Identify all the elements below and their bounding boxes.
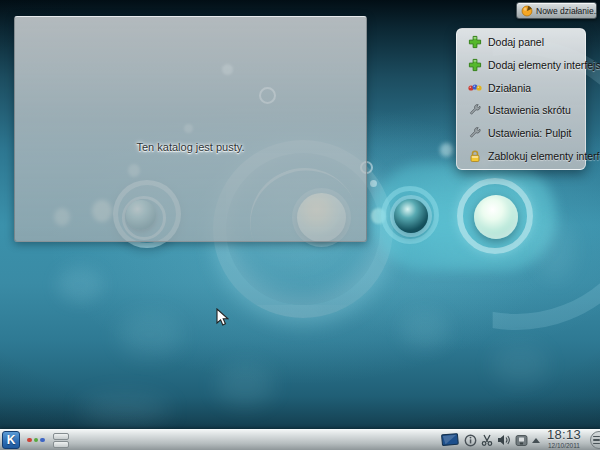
menu-item-label: Działania [488,82,531,94]
add-panel-icon [468,35,482,49]
activity-manager-applet[interactable] [27,438,45,443]
folder-view-widget[interactable]: Ten katalog jest pusty. [14,16,367,242]
menu-item-desktop-settings[interactable]: Ustawienia: Pulpit [457,122,585,145]
menu-item-label: Zablokuj elementy interfejsu [488,150,600,162]
folder-empty-message: Ten katalog jest pusty. [15,141,366,153]
digital-clock[interactable]: 18:13 12/10/2011 [547,429,581,450]
mouse-cursor [216,308,229,331]
activity-dot-blue-icon [40,438,45,443]
device-notifier-icon[interactable] [515,434,528,447]
menu-item-add-widgets[interactable]: Dodaj elementy interfejsu [457,54,585,77]
menu-item-add-panel[interactable]: Dodaj panel [457,31,585,54]
desktop-background[interactable]: Ten katalog jest pusty. Dodaj panel Doda… [0,0,600,450]
clipboard-scissors-icon[interactable] [481,434,493,447]
activity-dot-red-icon [27,438,32,443]
lock-widgets-icon [468,149,482,163]
taskbar-panel: K [0,429,600,450]
expand-tray-icon[interactable] [532,438,540,443]
clock-date: 12/10/2011 [547,440,581,450]
activity-pie-icon [521,5,533,17]
menu-item-lock-widgets[interactable]: Zablokuj elementy interfejsu [457,144,585,167]
activities-icon [468,81,482,95]
new-activity-label: Nowe działanie... [536,6,600,16]
kde-logo-icon: K [7,433,16,447]
virtual-desktop-2[interactable] [53,441,69,448]
menu-item-shortcut-settings[interactable]: Ustawienia skrótu [457,99,585,122]
clock-time: 18:13 [547,429,581,440]
menu-item-label: Ustawienia: Pulpit [488,127,571,139]
notifications-icon[interactable] [464,434,477,447]
volume-icon[interactable] [497,434,511,446]
virtual-desktop-pager [53,433,69,448]
menu-item-label: Dodaj panel [488,36,544,48]
desktop-settings-icon [468,126,482,140]
menu-item-label: Dodaj elementy interfejsu [488,59,600,71]
shortcut-settings-icon [468,103,482,117]
kde-launcher-button[interactable]: K [2,431,20,449]
virtual-desktop-1[interactable] [53,433,69,440]
system-tray: 18:13 12/10/2011 [441,429,600,450]
display-icon[interactable] [440,432,460,448]
activity-dot-green-icon [34,438,39,443]
menu-item-activities[interactable]: Działania [457,76,585,99]
desktop-context-menu: Dodaj panel Dodaj elementy interfejsu Dz… [456,28,586,170]
add-widgets-icon [468,58,482,72]
menu-item-label: Ustawienia skrótu [488,104,571,116]
new-activity-button[interactable]: Nowe działanie... [516,2,597,19]
